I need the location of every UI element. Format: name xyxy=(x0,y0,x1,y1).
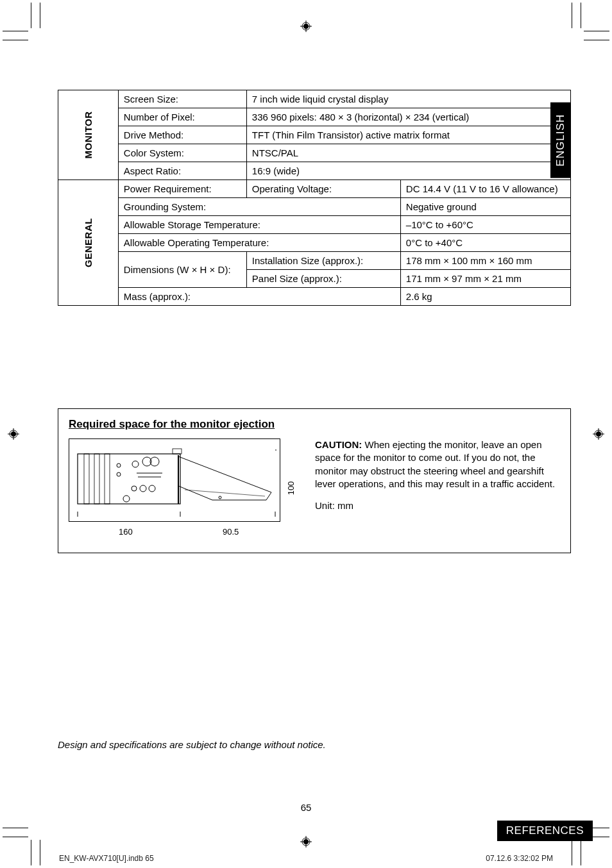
spec-value: Negative ground xyxy=(400,198,570,216)
crop-mark xyxy=(3,40,28,40)
crop-mark xyxy=(581,3,581,28)
spec-label: Drive Method: xyxy=(118,126,246,144)
crop-mark xyxy=(31,3,31,28)
crop-mark xyxy=(3,828,28,828)
spec-label: Allowable Operating Temperature: xyxy=(118,234,400,252)
spec-value: 2.6 kg xyxy=(400,288,570,306)
svg-point-30 xyxy=(123,496,130,502)
footer-timestamp: 07.12.6 3:32:02 PM xyxy=(486,854,553,863)
ejection-diagram: 160 90.5 100 xyxy=(69,438,300,541)
spec-label: Aspect Ratio: xyxy=(118,162,246,180)
spec-value: 16:9 (wide) xyxy=(246,162,570,180)
svg-point-27 xyxy=(132,486,137,491)
spec-sublabel: Installation Size (approx.): xyxy=(246,252,400,270)
crop-mark xyxy=(40,840,40,865)
language-tab: ENGLISH xyxy=(550,103,571,178)
svg-point-21 xyxy=(117,472,121,476)
crop-mark xyxy=(581,840,581,865)
spec-label: Color System: xyxy=(118,144,246,162)
caution-label: CAUTION: xyxy=(315,439,362,450)
unit-side-view-icon xyxy=(72,442,276,518)
references-bar: REFERENCES xyxy=(497,821,593,841)
page-content: ENGLISH MONITOR Screen Size: 7 inch wide… xyxy=(58,90,571,750)
spec-sublabel: Operating Voltage: xyxy=(246,180,400,198)
svg-rect-19 xyxy=(105,454,110,504)
crop-mark xyxy=(584,31,609,31)
page-footer: 65 xyxy=(0,802,612,817)
spec-value: 178 mm × 100 mm × 160 mm xyxy=(400,252,570,270)
svg-rect-34 xyxy=(173,449,182,454)
spec-label: Power Requirement: xyxy=(118,180,246,198)
svg-rect-18 xyxy=(94,454,99,504)
svg-point-22 xyxy=(132,461,139,467)
dimension-160: 160 xyxy=(119,527,133,537)
dimension-100: 100 xyxy=(286,481,296,496)
svg-point-28 xyxy=(140,485,146,492)
design-note: Design and specifications are subject to… xyxy=(58,739,571,750)
spec-label: Dimensions (W × H × D): xyxy=(118,252,246,288)
spec-value: 171 mm × 97 mm × 21 mm xyxy=(400,270,570,288)
registration-mark-right xyxy=(593,428,604,440)
spec-label: Grounding System: xyxy=(118,198,400,216)
page-number: 65 xyxy=(0,802,612,813)
svg-point-33 xyxy=(219,496,221,499)
svg-point-20 xyxy=(117,463,121,467)
svg-point-29 xyxy=(149,485,155,492)
spec-value: –10°C to +60°C xyxy=(400,216,570,234)
crop-mark xyxy=(584,40,609,40)
dimension-905: 90.5 xyxy=(223,527,239,537)
required-space-title: Required space for the monitor ejection xyxy=(69,418,560,431)
spec-value: TFT (Thin Film Transistor) active matrix… xyxy=(246,126,570,144)
spec-sublabel: Panel Size (approx.): xyxy=(246,270,400,288)
spec-label: Number of Pixel: xyxy=(118,108,246,126)
crop-mark xyxy=(572,840,572,865)
crop-mark xyxy=(3,31,28,31)
registration-mark-left xyxy=(8,428,19,440)
footer-metadata: EN_KW-AVX710[U].indb 65 07.12.6 3:32:02 … xyxy=(59,854,553,863)
crop-mark xyxy=(31,840,31,865)
crop-mark xyxy=(3,837,28,837)
monitor-section-header: MONITOR xyxy=(58,90,119,180)
spec-value: NTSC/PAL xyxy=(246,144,570,162)
required-space-box: Required space for the monitor ejection xyxy=(58,408,571,553)
spec-value: DC 14.4 V (11 V to 16 V allowance) xyxy=(400,180,570,198)
spec-label: Mass (approx.): xyxy=(118,288,400,306)
registration-mark-top xyxy=(300,21,312,32)
required-space-text: CAUTION: When ejecting the monitor, leav… xyxy=(315,438,560,541)
footer-filename: EN_KW-AVX710[U].indb 65 xyxy=(59,854,154,863)
registration-mark-bottom xyxy=(300,836,312,847)
spec-label: Allowable Storage Temperature: xyxy=(118,216,400,234)
spec-value: 0°C to +40°C xyxy=(400,234,570,252)
svg-rect-17 xyxy=(84,454,89,504)
crop-mark xyxy=(572,3,572,28)
specifications-table: MONITOR Screen Size: 7 inch wide liquid … xyxy=(58,90,571,306)
svg-line-32 xyxy=(185,490,265,496)
crop-mark xyxy=(40,3,40,28)
general-section-header: GENERAL xyxy=(58,180,119,306)
unit-label: Unit: mm xyxy=(315,499,560,512)
spec-value: 336 960 pixels: 480 × 3 (horizontal) × 2… xyxy=(246,108,570,126)
spec-label: Screen Size: xyxy=(118,90,246,108)
spec-value: 7 inch wide liquid crystal display xyxy=(246,90,570,108)
